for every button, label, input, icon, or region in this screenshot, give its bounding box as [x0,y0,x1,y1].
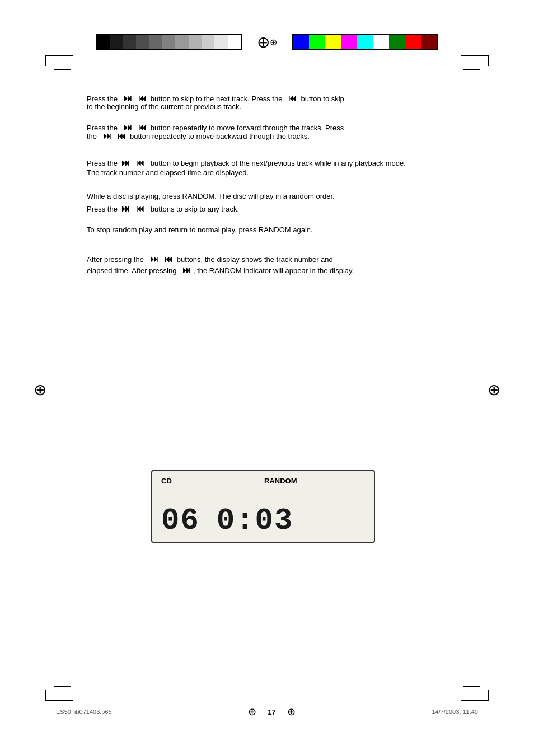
instruction-text-3b: The track number and elapsed time are di… [87,167,447,179]
skip-forward-icon-3: ⏭ [121,158,130,167]
skip-back-icon-4: ⏮ [136,204,144,213]
skip-forward-icon-4: ⏭ [121,204,130,213]
color-bar-green [309,35,325,49]
crosshair-symbol: ⊕ [270,37,277,48]
color-bar-magenta [341,35,357,49]
color-bar-blue [293,35,309,49]
color-bar-maroon [421,35,438,49]
gray-bar-5 [149,35,162,49]
color-bar-yellow [325,35,341,49]
border-top-right-h [461,55,489,56]
gray-bar-8 [189,35,202,49]
gray-bar-3 [123,35,136,49]
color-bars [292,34,438,50]
gray-bar-9 [202,35,214,49]
skip-forward-icon-1: ⏭ [124,93,132,103]
trim-line-tr [463,69,480,70]
footer-crosshair-right: ⊕ [287,706,296,718]
top-calibration-bar: ⊕ [0,34,534,50]
gray-bar-2 [110,35,123,49]
gray-bar-11 [228,35,241,49]
footer: ES50_ib071403.p65 ⊕ 17 ⊕ 14/7/2003, 11:4… [56,706,478,718]
instruction-text-5: To stop random play and return to normal… [87,224,447,236]
footer-page-number: 17 [268,708,275,716]
gray-bar-1 [97,35,110,49]
random-label: RANDOM [264,477,297,485]
footer-center-group: ⊕ 17 ⊕ [248,706,295,718]
instruction-text-4: While a disc is playing, press RANDOM. T… [87,190,447,203]
instruction-text-1b: to the beginning of the current or previ… [87,102,241,111]
center-crosshair: ⊕ [259,34,275,50]
footer-crosshair: ⊕ [248,706,256,718]
right-crosshair: ⊕ [488,381,500,399]
gray-bar-7 [175,35,188,49]
skip-back-icon-3: ⏮ [136,158,144,167]
gray-bar-4 [136,35,149,49]
border-bottom-right-v [488,690,489,701]
border-top-left-v [45,55,46,66]
skip-forward-icon-2b: ⏭ [103,131,111,140]
skip-back-icon-2b: ⏮ [118,131,126,140]
trim-line-bl [54,686,71,687]
skip-back-icon-1b: ⏮ [288,93,297,103]
border-top-right-v [488,55,489,66]
skip-forward-icon-5b: ⏭ [182,265,191,275]
instruction-text-6b: elapsed time. After pressing ⏭ , the RAN… [87,263,447,278]
skip-forward-icon-5: ⏭ [150,254,158,264]
trim-line-tl [54,69,71,70]
color-bar-white [373,35,390,49]
color-bar-red [405,35,421,49]
skip-back-icon-1: ⏮ [138,93,147,103]
color-bar-dkgreen [389,35,405,49]
track-number-display: 06 [161,506,200,536]
cd-display-panel: CD RANDOM 06 0:03 [151,470,375,543]
grayscale-bars [96,34,242,50]
color-bar-cyan [357,35,373,49]
trim-line-br [463,686,480,687]
instruction-text-2b: the ⏭ ⏮ button repeatedly to move backwa… [87,131,447,140]
border-bottom-left-v [45,690,46,701]
instruction-text-4b: Press the ⏭ ⏮ buttons to skip to any tra… [87,201,447,216]
border-bottom-left-h [45,700,73,701]
footer-date: 14/7/2003, 11:40 [432,708,478,715]
left-crosshair: ⊕ [34,381,46,399]
time-display: 0:03 [217,506,294,536]
gray-bar-10 [214,35,227,49]
border-bottom-right-h [461,700,489,701]
border-top-left-h [45,55,73,56]
gray-bar-6 [162,35,175,49]
skip-back-icon-5: ⏮ [165,254,173,264]
cd-label: CD [161,477,172,485]
footer-filename: ES50_ib071403.p65 [56,708,112,715]
